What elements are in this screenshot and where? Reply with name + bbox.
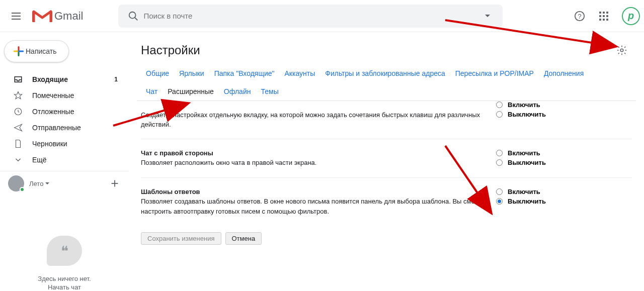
annotation-arrows — [0, 0, 644, 291]
svg-line-14 — [445, 20, 615, 46]
svg-line-16 — [445, 146, 491, 212]
svg-line-15 — [113, 104, 187, 126]
